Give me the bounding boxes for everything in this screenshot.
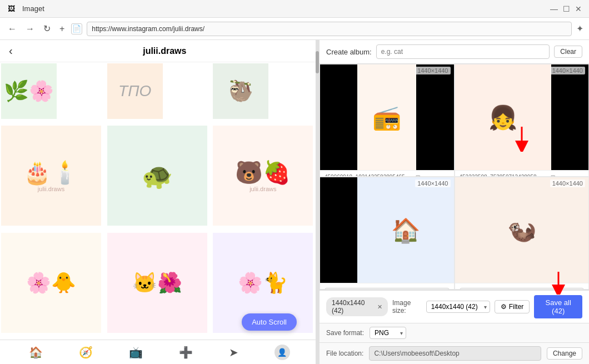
title-bar: 🖼 Imaget — ☐ ✕	[0, 0, 589, 18]
image-card-2: 1440×1440 👧 452232508_753850713428958_38…	[455, 64, 590, 177]
album-label: Create album:	[326, 48, 372, 56]
red-arrow-2	[550, 270, 567, 296]
save-area-4: Save	[455, 287, 589, 290]
list-item[interactable]: 🌿🌸	[1, 63, 57, 119]
bottom-nav: 🏠 🧭 📺 ➕ ➤ 👤	[0, 340, 319, 364]
filter-icon: ⚙	[501, 303, 507, 311]
list-item[interactable]: 🎂🕯️ julii.draws	[1, 126, 101, 226]
list-item[interactable]: 🐱🌺	[107, 233, 207, 333]
list-item[interactable]: 🦥	[213, 63, 268, 119]
filter-btn-label: Filter	[509, 303, 524, 311]
filter-tag-close[interactable]: ✕	[377, 303, 382, 311]
nav-bar: ← → ↻ + 📄 ✦	[0, 18, 589, 40]
scroll-thumb[interactable]	[316, 51, 319, 73]
file-location-label: File location:	[326, 350, 363, 357]
main-container: ‹ julii.draws 🌿🌸 ТПО 🦥 🎂🕯️ julii.draws	[0, 40, 589, 364]
edit-icon-2[interactable]: ✏	[551, 173, 556, 177]
right-panel: Create album: Clear 1440×1440 📻	[320, 40, 589, 364]
window-controls: — ☐ ✕	[550, 5, 582, 13]
save-format-select[interactable]: PNG JPG WEBP	[370, 327, 406, 339]
feed-grid: 🌿🌸 ТПО 🦥 🎂🕯️ julii.draws 🐢 🐻🍓	[0, 62, 319, 340]
black-bar-left-3	[320, 177, 357, 283]
explore-icon[interactable]: 🧭	[79, 346, 93, 359]
edit-icon-1[interactable]: ✏	[416, 173, 421, 177]
filter-tag-label: 1440x1440 (42)	[332, 299, 375, 315]
change-button[interactable]: Change	[547, 347, 582, 360]
filter-actions: Image size: 1440x1440 (42) ⚙ Filter	[392, 295, 582, 318]
arrow-svg	[511, 124, 533, 152]
image-dimension-2: 1440×1440	[550, 67, 585, 74]
image-card-3: 1440×1440 🏠 Save	[320, 177, 455, 290]
save-all-button[interactable]: Save all (42)	[534, 295, 582, 318]
image-dimension-1: 1440×1440	[415, 67, 450, 74]
messages-icon[interactable]: ➤	[229, 346, 238, 359]
app-title: Imaget	[22, 4, 44, 13]
image-preview-4: 🦦	[455, 177, 589, 283]
bottom-controls: 1440x1440 (42) ✕ Image size: 1440x1440 (…	[320, 290, 589, 364]
arrow-svg-2	[550, 270, 567, 295]
image-card-footer-2: 452232508_753850713428958_388 ✏	[455, 170, 589, 177]
black-bar-left-1	[320, 64, 357, 170]
image-size-label: Image size:	[392, 299, 422, 315]
bookmark-icon[interactable]: ✦	[576, 23, 583, 34]
scroll-indicator[interactable]	[316, 40, 319, 364]
feed-back-button[interactable]: ‹	[9, 44, 13, 57]
filter-tag: 1440x1440 (42) ✕	[326, 297, 388, 316]
image-size-select[interactable]: 1440x1440 (42)	[426, 301, 490, 313]
black-bar-right-2	[551, 64, 588, 170]
file-location-row: File location: Change	[320, 342, 589, 364]
refresh-button[interactable]: ↻	[41, 21, 53, 36]
back-button[interactable]: ←	[6, 22, 19, 36]
image-grid: 1440×1440 📻 450960918_1021432582895465_7…	[320, 64, 589, 290]
list-item[interactable]: 🌸🐥	[1, 233, 101, 333]
image-preview-2: 👧	[455, 64, 551, 170]
image-card-1: 1440×1440 📻 450960918_1021432582895465_7…	[320, 64, 455, 177]
save-all-wrapper: Save all (42)	[534, 295, 582, 318]
album-row: Create album: Clear	[320, 40, 589, 64]
red-arrow-indicator	[511, 124, 533, 152]
filter-button[interactable]: ⚙ Filter	[495, 300, 530, 313]
list-item[interactable]: ТПО	[107, 63, 163, 119]
create-icon[interactable]: ➕	[179, 346, 193, 359]
image-card-footer-3	[320, 283, 454, 287]
app-icon: 🖼	[7, 4, 16, 13]
reels-icon[interactable]: 📺	[129, 346, 143, 359]
close-button[interactable]: ✕	[575, 5, 582, 13]
image-dimension-3: 1440×1440	[415, 179, 450, 187]
image-preview-1: 📻	[357, 64, 416, 170]
file-location-input[interactable]	[369, 346, 541, 361]
clear-button[interactable]: Clear	[554, 46, 582, 58]
avatar[interactable]: 👤	[274, 345, 290, 360]
filter-row: 1440x1440 (42) ✕ Image size: 1440x1440 (…	[320, 290, 589, 323]
image-card-4: 1440×1440 🦦 Save	[455, 177, 590, 290]
save-format-select-wrapper: PNG JPG WEBP	[370, 327, 406, 339]
black-bar-right-1	[416, 64, 453, 170]
image-dimension-4: 1440×1440	[550, 179, 585, 187]
save-format-label: Save format:	[326, 329, 364, 337]
home-icon[interactable]: 🏠	[29, 346, 43, 359]
auto-scroll-button[interactable]: Auto Scroll	[242, 313, 297, 331]
new-tab-button[interactable]: +	[57, 22, 67, 36]
save-button-3[interactable]: Save	[325, 288, 450, 290]
save-format-row: Save format: PNG JPG WEBP	[320, 323, 589, 342]
forward-button[interactable]: →	[23, 22, 37, 36]
list-item[interactable]: 🐻🍓 julii.draws	[213, 126, 313, 226]
image-card-footer-1: 450960918_1021432582895465_74 ✏	[320, 170, 454, 177]
page-icon: 📄	[71, 23, 82, 34]
left-panel: ‹ julii.draws 🌿🌸 ТПО 🦥 🎂🕯️ julii.draws	[0, 40, 320, 364]
feed-title: julii.draws	[19, 46, 310, 56]
image-preview-3: 🏠	[357, 177, 453, 283]
album-input[interactable]	[376, 44, 550, 59]
feed-header: ‹ julii.draws	[0, 40, 319, 62]
address-bar[interactable]	[87, 22, 572, 36]
list-item[interactable]: 🐢	[107, 126, 207, 226]
image-card-footer-4	[455, 283, 589, 287]
save-area-3: Save	[320, 287, 454, 290]
image-size-select-wrapper: 1440x1440 (42)	[426, 301, 490, 313]
minimize-button[interactable]: —	[550, 5, 558, 13]
maximize-button[interactable]: ☐	[562, 5, 570, 13]
